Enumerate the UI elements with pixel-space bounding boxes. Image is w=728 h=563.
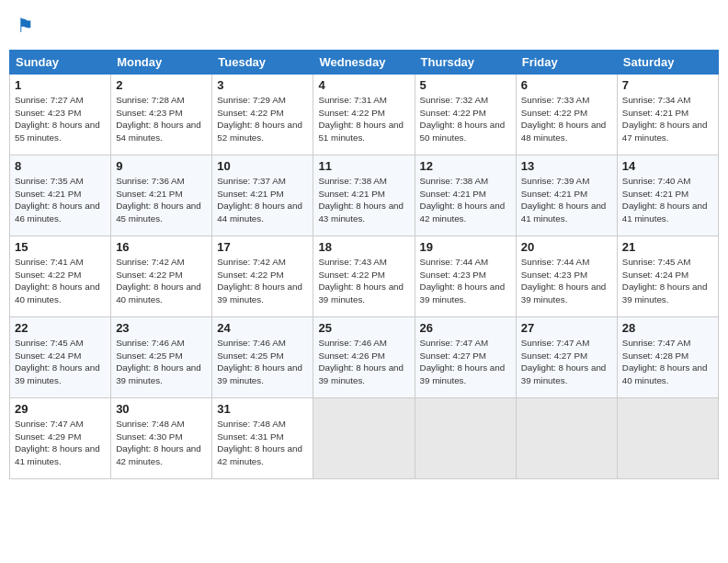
day-info: Sunrise: 7:46 AMSunset: 4:25 PMDaylight:… [116, 337, 207, 387]
svg-text:⚑: ⚑ [17, 15, 34, 36]
day-info: Sunrise: 7:35 AMSunset: 4:21 PMDaylight:… [15, 175, 106, 225]
day-number: 27 [521, 321, 612, 335]
calendar-week: 29Sunrise: 7:47 AMSunset: 4:29 PMDayligh… [10, 398, 719, 479]
calendar-cell [617, 398, 718, 479]
day-info: Sunrise: 7:48 AMSunset: 4:31 PMDaylight:… [217, 418, 308, 468]
day-info: Sunrise: 7:34 AMSunset: 4:21 PMDaylight:… [622, 94, 713, 144]
day-number: 6 [521, 78, 612, 92]
day-info: Sunrise: 7:44 AMSunset: 4:23 PMDaylight:… [521, 256, 612, 306]
day-info: Sunrise: 7:42 AMSunset: 4:22 PMDaylight:… [116, 256, 207, 306]
days-of-week-row: SundayMondayTuesdayWednesdayThursdayFrid… [10, 51, 719, 75]
day-info: Sunrise: 7:46 AMSunset: 4:25 PMDaylight:… [217, 337, 308, 387]
day-number: 7 [622, 78, 713, 92]
calendar-cell [516, 398, 617, 479]
day-info: Sunrise: 7:28 AMSunset: 4:23 PMDaylight:… [116, 94, 207, 144]
day-info: Sunrise: 7:47 AMSunset: 4:27 PMDaylight:… [420, 337, 511, 387]
day-number: 4 [318, 78, 409, 92]
day-info: Sunrise: 7:36 AMSunset: 4:21 PMDaylight:… [116, 175, 207, 225]
day-number: 31 [217, 402, 308, 416]
calendar-cell: 19Sunrise: 7:44 AMSunset: 4:23 PMDayligh… [415, 236, 516, 317]
day-number: 16 [116, 240, 207, 254]
day-number: 10 [217, 159, 308, 173]
day-number: 13 [521, 159, 612, 173]
calendar-cell: 4Sunrise: 7:31 AMSunset: 4:22 PMDaylight… [313, 75, 415, 155]
dow-header: Monday [111, 51, 212, 75]
calendar-cell: 18Sunrise: 7:43 AMSunset: 4:22 PMDayligh… [313, 236, 415, 317]
day-number: 19 [420, 240, 511, 254]
day-number: 23 [116, 321, 207, 335]
calendar-cell: 26Sunrise: 7:47 AMSunset: 4:27 PMDayligh… [415, 317, 516, 398]
day-number: 8 [15, 159, 106, 173]
calendar-cell: 20Sunrise: 7:44 AMSunset: 4:23 PMDayligh… [516, 236, 617, 317]
calendar-week: 22Sunrise: 7:45 AMSunset: 4:24 PMDayligh… [10, 317, 719, 398]
logo: ⚑ [17, 13, 46, 40]
calendar-cell: 28Sunrise: 7:47 AMSunset: 4:28 PMDayligh… [617, 317, 718, 398]
calendar-cell [313, 398, 415, 479]
day-number: 20 [521, 240, 612, 254]
day-info: Sunrise: 7:38 AMSunset: 4:21 PMDaylight:… [318, 175, 409, 225]
calendar-cell: 25Sunrise: 7:46 AMSunset: 4:26 PMDayligh… [313, 317, 415, 398]
calendar-cell: 22Sunrise: 7:45 AMSunset: 4:24 PMDayligh… [10, 317, 111, 398]
day-info: Sunrise: 7:44 AMSunset: 4:23 PMDaylight:… [420, 256, 511, 306]
day-number: 1 [15, 78, 106, 92]
day-info: Sunrise: 7:45 AMSunset: 4:24 PMDaylight:… [15, 337, 106, 387]
calendar-cell: 10Sunrise: 7:37 AMSunset: 4:21 PMDayligh… [212, 155, 313, 236]
calendar-cell [415, 398, 516, 479]
calendar-cell: 27Sunrise: 7:47 AMSunset: 4:27 PMDayligh… [516, 317, 617, 398]
dow-header: Saturday [617, 51, 718, 75]
day-number: 24 [217, 321, 308, 335]
day-info: Sunrise: 7:37 AMSunset: 4:21 PMDaylight:… [217, 175, 308, 225]
calendar-cell: 2Sunrise: 7:28 AMSunset: 4:23 PMDaylight… [111, 75, 212, 155]
day-number: 22 [15, 321, 106, 335]
calendar-cell: 23Sunrise: 7:46 AMSunset: 4:25 PMDayligh… [111, 317, 212, 398]
day-info: Sunrise: 7:42 AMSunset: 4:22 PMDaylight:… [217, 256, 308, 306]
logo-icon: ⚑ [17, 13, 44, 40]
calendar-body: 1Sunrise: 7:27 AMSunset: 4:23 PMDaylight… [10, 75, 719, 479]
dow-header: Tuesday [212, 51, 313, 75]
calendar-cell: 13Sunrise: 7:39 AMSunset: 4:21 PMDayligh… [516, 155, 617, 236]
calendar-cell: 15Sunrise: 7:41 AMSunset: 4:22 PMDayligh… [10, 236, 111, 317]
day-info: Sunrise: 7:31 AMSunset: 4:22 PMDaylight:… [318, 94, 409, 144]
day-number: 12 [420, 159, 511, 173]
calendar-cell: 8Sunrise: 7:35 AMSunset: 4:21 PMDaylight… [10, 155, 111, 236]
day-info: Sunrise: 7:45 AMSunset: 4:24 PMDaylight:… [622, 256, 713, 306]
header: ⚑ [9, 9, 719, 44]
dow-header: Friday [516, 51, 617, 75]
day-number: 28 [622, 321, 713, 335]
day-number: 17 [217, 240, 308, 254]
day-info: Sunrise: 7:43 AMSunset: 4:22 PMDaylight:… [318, 256, 409, 306]
calendar-cell: 21Sunrise: 7:45 AMSunset: 4:24 PMDayligh… [617, 236, 718, 317]
day-number: 5 [420, 78, 511, 92]
day-number: 9 [116, 159, 207, 173]
day-info: Sunrise: 7:38 AMSunset: 4:21 PMDaylight:… [420, 175, 511, 225]
day-number: 11 [318, 159, 409, 173]
day-number: 25 [318, 321, 409, 335]
day-info: Sunrise: 7:33 AMSunset: 4:22 PMDaylight:… [521, 94, 612, 144]
day-number: 14 [622, 159, 713, 173]
day-number: 15 [15, 240, 106, 254]
day-number: 3 [217, 78, 308, 92]
day-info: Sunrise: 7:29 AMSunset: 4:22 PMDaylight:… [217, 94, 308, 144]
calendar-cell: 12Sunrise: 7:38 AMSunset: 4:21 PMDayligh… [415, 155, 516, 236]
calendar-cell: 24Sunrise: 7:46 AMSunset: 4:25 PMDayligh… [212, 317, 313, 398]
day-info: Sunrise: 7:47 AMSunset: 4:28 PMDaylight:… [622, 337, 713, 387]
calendar-week: 15Sunrise: 7:41 AMSunset: 4:22 PMDayligh… [10, 236, 719, 317]
calendar-cell: 29Sunrise: 7:47 AMSunset: 4:29 PMDayligh… [10, 398, 111, 479]
day-info: Sunrise: 7:32 AMSunset: 4:22 PMDaylight:… [420, 94, 511, 144]
day-number: 26 [420, 321, 511, 335]
calendar-cell: 16Sunrise: 7:42 AMSunset: 4:22 PMDayligh… [111, 236, 212, 317]
day-info: Sunrise: 7:48 AMSunset: 4:30 PMDaylight:… [116, 418, 207, 468]
day-number: 18 [318, 240, 409, 254]
day-number: 21 [622, 240, 713, 254]
calendar-cell: 31Sunrise: 7:48 AMSunset: 4:31 PMDayligh… [212, 398, 313, 479]
day-info: Sunrise: 7:40 AMSunset: 4:21 PMDaylight:… [622, 175, 713, 225]
calendar-cell: 5Sunrise: 7:32 AMSunset: 4:22 PMDaylight… [415, 75, 516, 155]
day-info: Sunrise: 7:47 AMSunset: 4:29 PMDaylight:… [15, 418, 106, 468]
dow-header: Wednesday [313, 51, 415, 75]
day-info: Sunrise: 7:41 AMSunset: 4:22 PMDaylight:… [15, 256, 106, 306]
calendar-cell: 3Sunrise: 7:29 AMSunset: 4:22 PMDaylight… [212, 75, 313, 155]
dow-header: Thursday [415, 51, 516, 75]
calendar-cell: 7Sunrise: 7:34 AMSunset: 4:21 PMDaylight… [617, 75, 718, 155]
day-info: Sunrise: 7:39 AMSunset: 4:21 PMDaylight:… [521, 175, 612, 225]
day-info: Sunrise: 7:27 AMSunset: 4:23 PMDaylight:… [15, 94, 106, 144]
